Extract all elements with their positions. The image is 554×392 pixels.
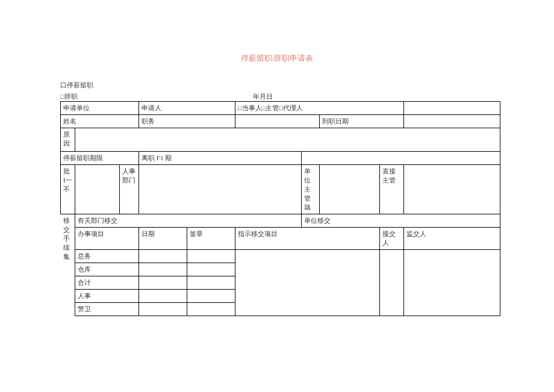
unit-transfer-header: 单位移交 (302, 214, 500, 228)
row-label-1: 总务 (75, 250, 139, 263)
unit-mgr-value[interactable] (320, 165, 380, 214)
row-label-3: 合计 (75, 276, 139, 290)
row-transfer-header: 移交 手续 集 有关部门移交 单位移交 (61, 214, 500, 228)
reason-value[interactable] (75, 128, 500, 152)
row-approval: 批 I一 不 人事 部门 单位 主管 籍 直接 主管 (61, 165, 500, 214)
table-row: 总务 (61, 250, 500, 263)
row-label-2: 仓库 (75, 263, 139, 276)
direct-mgr-label: 直接 主管 (380, 165, 404, 214)
row-label-5: 警卫 (75, 303, 139, 316)
period-value[interactable] (302, 152, 500, 165)
position-label: 职务 (139, 115, 235, 128)
row-transfer-cols: 办事项目 日期 签章 指示移交项目 接交 人 监交人 (61, 228, 500, 250)
col-instruct: 指示移交项目 (235, 228, 380, 250)
page: 停薪留职/辞职申请表 口停薪留职 □辞职 年月日 申请单位 申请人 □当事人□主… (0, 0, 554, 392)
col-project: 办事项目 (75, 228, 139, 250)
cell[interactable] (187, 250, 235, 263)
cell[interactable] (139, 250, 187, 263)
transfer-side-label: 移交 手续 集 (61, 214, 75, 316)
col-supervisor: 监交人 (404, 228, 500, 250)
name-label: 姓名 (61, 115, 139, 128)
hr-dept-label: 人事 部门 (120, 165, 139, 214)
cell[interactable] (187, 263, 235, 276)
approval-side-label: 批 I一 不 (61, 165, 75, 214)
checkbox-resign[interactable]: □辞职 (60, 92, 253, 101)
position-value[interactable] (235, 115, 320, 128)
dept-transfer-header: 有关部门移交 (75, 214, 302, 228)
applicant-label: 申请人 (139, 102, 235, 115)
instruct-cell[interactable] (235, 250, 380, 316)
onboard-value[interactable] (404, 115, 500, 128)
row-periods: 停薪留职期限 离职 F1 期 (61, 152, 500, 165)
direct-mgr-value[interactable] (404, 165, 500, 214)
application-form: 申请单位 申请人 □当事人□主管□代理人 姓名 职务 到职日期 原因 停薪留职期… (60, 101, 500, 316)
checkbox-suspend[interactable]: 口停薪留职 (60, 81, 500, 90)
col-seal: 签章 (187, 228, 235, 250)
resign-date-row: □辞职 年月日 (60, 92, 500, 101)
cell[interactable] (187, 290, 235, 303)
leave-period-label: 离职 F1 期 (139, 152, 302, 165)
parties-value[interactable] (404, 102, 500, 115)
apply-unit-label: 申请单位 (61, 102, 139, 115)
form-title: 停薪留职/辞职申请表 (54, 53, 500, 64)
cell[interactable] (187, 303, 235, 316)
supervisor-cell[interactable] (404, 250, 500, 316)
suspend-period-label: 停薪留职期限 (61, 152, 139, 165)
row-name: 姓名 职务 到职日期 (61, 115, 500, 128)
onboard-label: 到职日期 (320, 115, 404, 128)
receiver-cell[interactable] (380, 250, 404, 316)
unit-mgr-label: 单位 主管 籍 (302, 165, 320, 214)
parties-label: □当事人□主管□代理人 (235, 102, 404, 115)
hr-dept-value[interactable] (139, 165, 302, 214)
row-apply-unit: 申请单位 申请人 □当事人□主管□代理人 (61, 102, 500, 115)
row-label-4: 人事 (75, 290, 139, 303)
reason-label: 原因 (61, 128, 75, 152)
col-receiver: 接交 人 (380, 228, 404, 250)
cell[interactable] (139, 276, 187, 290)
cell[interactable] (139, 303, 187, 316)
approval-cell-1[interactable] (75, 165, 120, 214)
row-reason: 原因 (61, 128, 500, 152)
cell[interactable] (139, 290, 187, 303)
checkbox-group: 口停薪留职 (60, 81, 500, 90)
date-label: 年月日 (253, 92, 273, 101)
col-date: 日期 (139, 228, 187, 250)
cell[interactable] (187, 276, 235, 290)
cell[interactable] (139, 263, 187, 276)
